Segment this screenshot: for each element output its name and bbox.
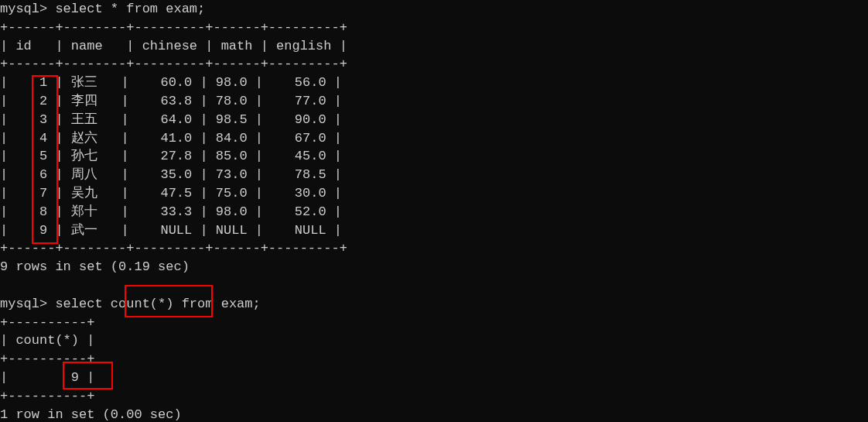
query2-line: mysql> select count(*) from exam; [0,295,868,314]
table-row: | 8 | 郑十 | 33.3 | 98.0 | 52.0 | [0,203,868,221]
table2-bottom-border: +----------+ [0,387,868,406]
table-row: | 1 | 张三 | 60.0 | 98.0 | 56.0 | [0,74,868,92]
query2-footer: 1 row in set (0.00 sec) [0,406,868,422]
table2-top-border: +----------+ [0,314,868,332]
query1-statement: select * from exam; [55,2,205,16]
table2-value: | 9 | [0,369,868,387]
table-row: | 3 | 王五 | 64.0 | 98.5 | 90.0 | [0,111,868,129]
table-row: | 6 | 周八 | 35.0 | 73.0 | 78.5 | [0,166,868,184]
table1-sep-border: +------+--------+---------+------+------… [0,55,868,74]
query2-pre: select [55,297,110,311]
mysql-prompt2: mysql> [0,297,55,311]
table1-bottom-border: +------+--------+---------+------+------… [0,239,868,258]
table1-top-border: +------+--------+---------+------+------… [0,19,868,37]
table-row: | 9 | 武一 | NULL | NULL | NULL | [0,221,868,240]
table1-body: | 1 | 张三 | 60.0 | 98.0 | 56.0 || 2 | 李四 … [0,74,868,239]
table-row: | 5 | 孙七 | 27.8 | 85.0 | 45.0 | [0,147,868,166]
table2-sep-border: +----------+ [0,350,868,369]
table-row: | 4 | 赵六 | 41.0 | 84.0 | 67.0 | [0,129,868,148]
blank-line [0,276,868,295]
table2-header: | count(*) | [0,331,868,350]
query1-line: mysql> select * from exam; [0,0,868,19]
query2-count-fn: count(*) [111,297,174,311]
query1-footer: 9 rows in set (0.19 sec) [0,258,868,276]
table-row: | 7 | 吴九 | 47.5 | 75.0 | 30.0 | [0,184,868,203]
query2-post: from exam; [173,297,260,311]
terminal-output: mysql> select * from exam; +------+-----… [0,0,868,422]
table-row: | 2 | 李四 | 63.8 | 78.0 | 77.0 | [0,92,868,111]
table1-header: | id | name | chinese | math | english | [0,37,868,56]
mysql-prompt: mysql> [0,2,55,16]
